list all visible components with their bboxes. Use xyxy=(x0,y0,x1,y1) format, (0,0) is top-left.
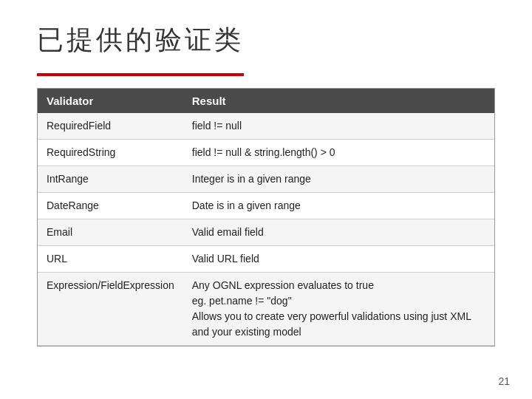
table-row: Expression/FieldExpressionAny OGNL expre… xyxy=(38,273,494,346)
slide: 已提供的验证类 Validator Result RequiredFieldfi… xyxy=(0,0,532,399)
validator-cell: DateRange xyxy=(38,193,183,219)
page-number: 21 xyxy=(498,375,510,387)
page-title: 已提供的验证类 xyxy=(37,22,495,58)
result-cell: Any OGNL expression evaluates to trueeg.… xyxy=(183,273,494,346)
validator-cell: RequiredField xyxy=(38,113,183,140)
header-result: Result xyxy=(183,89,494,113)
result-cell: Valid email field xyxy=(183,219,494,246)
result-cell: Date is in a given range xyxy=(183,193,494,219)
table-row: URLValid URL field xyxy=(38,246,494,273)
validator-cell: IntRange xyxy=(38,166,183,193)
table-row: RequiredFieldfield != null xyxy=(38,113,494,140)
result-cell: field != null xyxy=(183,113,494,140)
table-row: IntRangeInteger is in a given range xyxy=(38,166,494,193)
validator-cell: RequiredString xyxy=(38,140,183,166)
title-underline xyxy=(37,73,244,76)
table-header-row: Validator Result xyxy=(38,89,494,113)
table-row: DateRangeDate is in a given range xyxy=(38,193,494,219)
table-row: EmailValid email field xyxy=(38,219,494,246)
header-validator: Validator xyxy=(38,89,183,113)
result-cell: Valid URL field xyxy=(183,246,494,273)
result-cell: field != null & string.length() > 0 xyxy=(183,140,494,166)
validator-cell: Email xyxy=(38,219,183,246)
table-row: RequiredStringfield != null & string.len… xyxy=(38,140,494,166)
result-cell: Integer is in a given range xyxy=(183,166,494,193)
validator-cell: Expression/FieldExpression xyxy=(38,273,183,346)
validator-table: Validator Result RequiredFieldfield != n… xyxy=(38,89,494,346)
validator-cell: URL xyxy=(38,246,183,273)
validator-table-wrapper: Validator Result RequiredFieldfield != n… xyxy=(37,88,495,347)
